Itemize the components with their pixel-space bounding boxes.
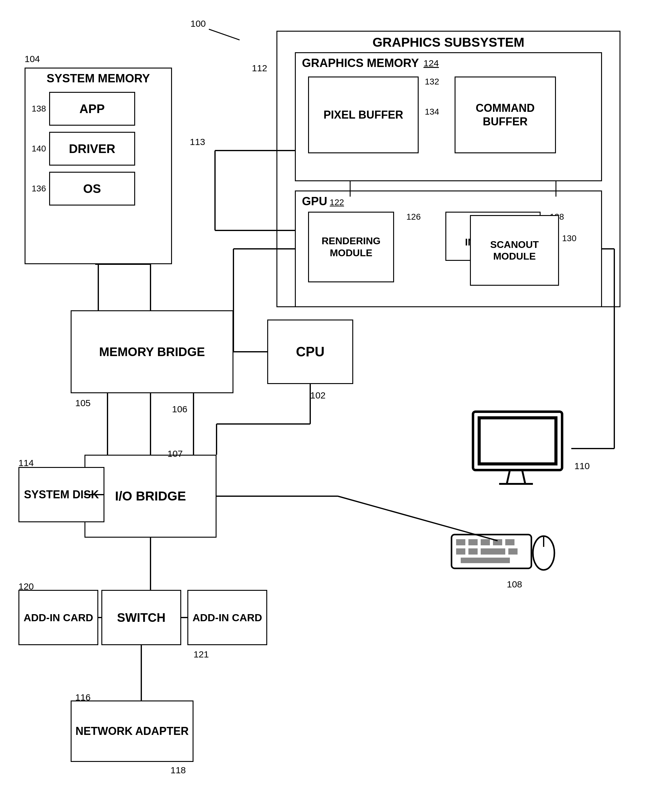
ref-102: 102 — [310, 390, 326, 401]
rendering-module-box: RENDERING MODULE — [308, 212, 394, 282]
svg-rect-11 — [456, 548, 465, 554]
ref-114: 114 — [18, 458, 34, 468]
cpu-box: CPU — [267, 319, 353, 384]
add-in-card-left-box: ADD-IN CARD — [18, 590, 98, 645]
command-buffer-box: COMMAND BUFFER — [455, 76, 556, 153]
system-memory-label: SYSTEM MEMORY — [32, 72, 165, 86]
ref-116: 116 — [75, 692, 91, 703]
svg-rect-14 — [508, 548, 517, 554]
ref-136: 136 — [32, 183, 46, 194]
ref-106: 106 — [172, 404, 188, 414]
ref-140: 140 — [32, 143, 46, 154]
svg-rect-7 — [468, 539, 478, 545]
ref-104: 104 — [24, 54, 40, 64]
svg-rect-1 — [479, 418, 556, 464]
svg-line-20 — [209, 29, 240, 40]
ref-130: 130 — [562, 234, 577, 243]
graphics-memory-label: GRAPHICS MEMORY — [302, 56, 419, 70]
add-in-card-right-box: ADD-IN CARD — [188, 590, 267, 645]
cpu-label: CPU — [296, 344, 325, 360]
ref-122: 122 — [330, 197, 344, 208]
svg-rect-0 — [473, 412, 562, 470]
ref-105: 105 — [75, 398, 91, 408]
scanout-module-label: SCANOUT MODULE — [471, 239, 558, 263]
app-box: APP — [49, 92, 135, 126]
graphics-subsystem-label: GRAPHICS SUBSYSTEM — [372, 35, 525, 50]
memory-bridge-label: MEMORY BRIDGE — [99, 344, 205, 359]
ref-124: 124 — [424, 58, 439, 69]
ref-134: 134 — [425, 107, 439, 117]
network-adapter-box: NETWORK ADAPTER — [71, 701, 194, 762]
scanout-module-box: SCANOUT MODULE — [470, 215, 559, 286]
svg-rect-9 — [493, 539, 502, 545]
add-in-card-left-label: ADD-IN CARD — [24, 611, 93, 624]
svg-rect-12 — [468, 548, 478, 554]
driver-label: DRIVER — [69, 141, 115, 156]
ref-126: 126 — [406, 212, 421, 222]
svg-line-3 — [522, 470, 525, 484]
os-box: OS — [49, 172, 135, 206]
ref-100: 100 — [191, 18, 206, 29]
svg-rect-8 — [481, 539, 490, 545]
svg-rect-6 — [456, 539, 465, 545]
os-label: OS — [83, 181, 101, 196]
pixel-buffer-box: PIXEL BUFFER — [308, 76, 419, 153]
system-disk-label: SYSTEM DISK — [24, 488, 99, 501]
svg-rect-13 — [481, 548, 505, 554]
svg-rect-10 — [505, 539, 514, 545]
rendering-module-label: RENDERING MODULE — [309, 235, 393, 259]
gpu-label: GPU — [302, 194, 327, 209]
switch-box: SWITCH — [101, 590, 181, 645]
keyboard-mouse-icon — [446, 516, 562, 578]
svg-rect-15 — [461, 558, 510, 563]
command-buffer-label: COMMAND BUFFER — [456, 101, 555, 128]
svg-line-2 — [507, 470, 510, 484]
ref-113: 113 — [190, 137, 205, 147]
ref-107: 107 — [168, 449, 183, 459]
app-label: APP — [79, 101, 105, 116]
driver-box: DRIVER — [49, 132, 135, 166]
ref-120: 120 — [18, 581, 34, 592]
monitor-icon — [467, 406, 571, 491]
ref-132: 132 — [425, 76, 439, 87]
system-disk-box: SYSTEM DISK — [18, 467, 104, 522]
io-bridge-label: I/O BRIDGE — [115, 488, 186, 504]
system-memory-box: SYSTEM MEMORY 138 APP 140 DRIVER 136 OS — [24, 67, 172, 264]
ref-121: 121 — [194, 649, 209, 659]
network-adapter-label: NETWORK ADAPTER — [76, 725, 189, 738]
ref-138: 138 — [32, 104, 46, 114]
switch-label: SWITCH — [117, 610, 166, 625]
add-in-card-right-label: ADD-IN CARD — [192, 611, 262, 624]
ref-118: 118 — [171, 765, 186, 775]
ref-110: 110 — [574, 461, 590, 471]
ref-108: 108 — [507, 579, 522, 589]
graphics-memory-box: GRAPHICS MEMORY 124 PIXEL BUFFER 132 134… — [295, 52, 602, 181]
pixel-buffer-label: PIXEL BUFFER — [323, 108, 403, 121]
ref-112: 112 — [252, 63, 267, 73]
memory-bridge-box: MEMORY BRIDGE — [71, 310, 233, 393]
